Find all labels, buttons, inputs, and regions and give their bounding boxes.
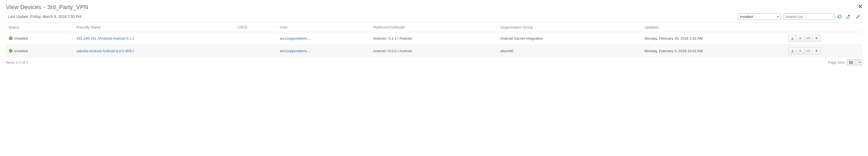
download-icon[interactable] (788, 48, 797, 54)
col-platform[interactable]: Platform/OS/Model (370, 23, 498, 32)
page-size-select[interactable]: 50 (847, 59, 862, 65)
platform-cell: Android / 8.0.0 / Android (370, 45, 498, 57)
status-ok-icon (8, 36, 13, 40)
search-input[interactable] (783, 13, 834, 20)
col-actions (786, 23, 862, 32)
org-group-cell: Android Garnet Integration (498, 32, 642, 45)
ces-cell (235, 45, 277, 57)
last-update-value: Friday, March 9, 2018 2:50 PM (30, 14, 81, 19)
download-icon[interactable] (788, 35, 797, 42)
org-group-cell: afwchild (498, 45, 642, 57)
device-link[interactable]: 192.168.191.3Android Android 5.1.1 (76, 36, 134, 40)
remove-icon[interactable]: ✕ (797, 48, 805, 54)
tools-icon[interactable] (855, 14, 861, 19)
col-ces[interactable]: C/E/S (235, 23, 277, 32)
status-ok-icon (8, 49, 13, 53)
status-filter-select[interactable]: Installed (738, 13, 781, 20)
device-link[interactable]: sakshis Android Android 8.0.0 4REJ (76, 49, 134, 53)
user-link[interactable]: ws1supportdev\s... (280, 49, 310, 53)
col-friendly-name[interactable]: Friendly Name (74, 23, 235, 32)
items-count: Items 1-2 of 2 (6, 60, 28, 64)
export-icon[interactable] (845, 14, 850, 19)
col-org-group[interactable]: Organization Group (498, 23, 642, 32)
col-status[interactable]: Status (6, 23, 74, 32)
page-title-name: 3rd_Party_VPN (48, 4, 88, 11)
close-icon[interactable]: ✕ (858, 4, 863, 10)
col-user[interactable]: User (277, 23, 370, 32)
updated-cell: Monday, February 26, 2018 2:02 AM (642, 32, 786, 45)
page-size-label: Page Size: (828, 60, 845, 64)
remove-icon[interactable]: ✕ (797, 35, 805, 42)
code-icon[interactable]: </> (805, 35, 813, 42)
updated-cell: Monday, February 5, 2018 10:42 AM (642, 45, 786, 57)
user-link[interactable]: ws1supportdev\s... (280, 36, 310, 40)
more-icon[interactable]: ▼ (813, 48, 820, 54)
last-update-label: Last Update: (8, 14, 30, 19)
code-icon[interactable]: </> (805, 48, 813, 54)
platform-cell: Android / 5.1.1 / Android (370, 32, 498, 45)
status-text: Installed (14, 49, 28, 53)
col-updated[interactable]: Updated (642, 23, 786, 32)
refresh-icon[interactable] (837, 14, 842, 19)
status-text: Installed (14, 36, 28, 40)
page-title-dash: - (43, 4, 45, 11)
ces-cell (235, 32, 277, 45)
page-title-prefix: View Devices (6, 4, 41, 11)
table-row: Installed192.168.191.3Android Android 5.… (6, 32, 862, 45)
table-row: Installedsakshis Android Android 8.0.0 4… (6, 45, 862, 57)
more-icon[interactable]: ▼ (813, 35, 820, 42)
